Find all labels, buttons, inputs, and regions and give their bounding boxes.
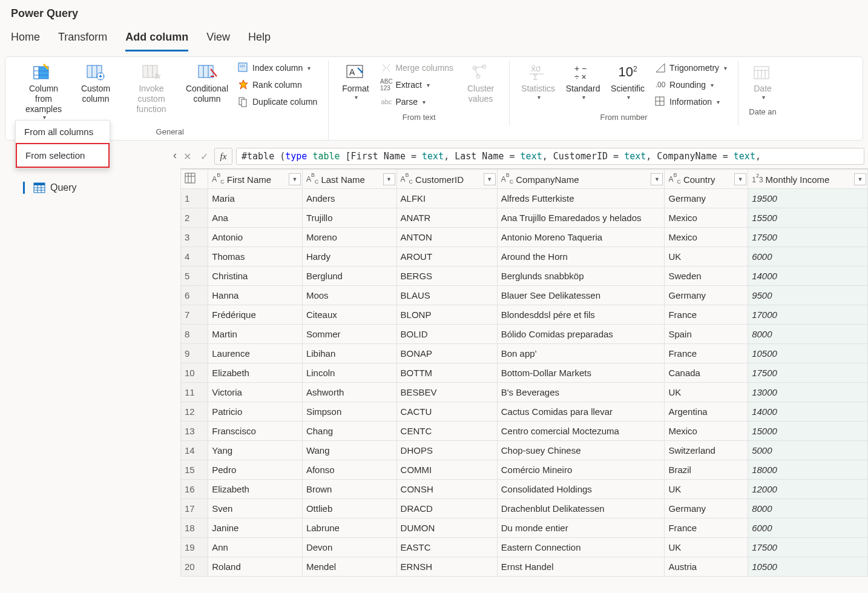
- table-corner-button[interactable]: [181, 170, 208, 189]
- table-cell[interactable]: Consolidated Holdings: [497, 480, 665, 499]
- table-cell[interactable]: UK: [665, 480, 748, 499]
- table-row[interactable]: 12PatricioSimpsonCACTUCactus Comidas par…: [181, 402, 868, 422]
- table-cell[interactable]: UK: [665, 383, 748, 402]
- table-cell[interactable]: Frédérique: [208, 305, 303, 325]
- table-cell[interactable]: Hardy: [302, 247, 396, 267]
- table-cell[interactable]: Drachenblut Delikatessen: [497, 499, 665, 518]
- table-row[interactable]: 7FrédériqueCiteauxBLONPBlondesddsl pére …: [181, 305, 868, 325]
- table-row[interactable]: 13FransciscoChangCENTCCentro comercial M…: [181, 422, 868, 441]
- row-number[interactable]: 17: [181, 499, 208, 518]
- table-cell[interactable]: ALFKI: [396, 189, 497, 208]
- row-number[interactable]: 7: [181, 305, 208, 325]
- table-cell[interactable]: Franscisco: [208, 422, 303, 441]
- table-cell[interactable]: 14000: [748, 402, 868, 422]
- table-cell[interactable]: 5000: [748, 441, 868, 460]
- column-header[interactable]: ABC Country▼: [665, 170, 748, 189]
- table-cell[interactable]: Brazil: [665, 460, 748, 480]
- table-cell[interactable]: Moreno: [302, 228, 396, 247]
- table-cell[interactable]: UK: [665, 538, 748, 557]
- table-cell[interactable]: Hanna: [208, 286, 303, 305]
- table-row[interactable]: 9LaurenceLibihanBONAPBon app'France10500: [181, 344, 868, 363]
- table-cell[interactable]: Libihan: [302, 344, 396, 363]
- rounding-button[interactable]: .00 Rounding ▾: [651, 78, 731, 92]
- table-cell[interactable]: CENTC: [396, 422, 497, 441]
- table-cell[interactable]: 8000: [748, 325, 868, 344]
- query-item[interactable]: Query: [5, 178, 180, 197]
- table-cell[interactable]: Ann: [208, 538, 303, 557]
- table-cell[interactable]: DRACD: [396, 499, 497, 518]
- formula-bar[interactable]: #table (type table [First Name = text, L…: [236, 148, 864, 165]
- table-cell[interactable]: ERNSH: [396, 557, 497, 577]
- table-cell[interactable]: Simpson: [302, 402, 396, 422]
- table-cell[interactable]: 10500: [748, 344, 868, 363]
- table-cell[interactable]: Citeaux: [302, 305, 396, 325]
- index-column-button[interactable]: 123 Index column ▾: [234, 61, 321, 75]
- table-cell[interactable]: Switzerland: [665, 441, 748, 460]
- table-cell[interactable]: Blondesddsl pére et fils: [497, 305, 665, 325]
- rank-column-button[interactable]: Rank column: [234, 78, 321, 92]
- scientific-button[interactable]: 102 Scientific ▾: [607, 61, 649, 104]
- table-cell[interactable]: Christina: [208, 267, 303, 286]
- table-cell[interactable]: Germany: [665, 499, 748, 518]
- table-cell[interactable]: 15500: [748, 208, 868, 228]
- table-cell[interactable]: Sven: [208, 499, 303, 518]
- row-number[interactable]: 15: [181, 460, 208, 480]
- table-cell[interactable]: Elizabeth: [208, 480, 303, 499]
- table-cell[interactable]: 9500: [748, 286, 868, 305]
- column-filter-button[interactable]: ▼: [383, 173, 395, 185]
- table-cell[interactable]: DHOPS: [396, 441, 497, 460]
- table-cell[interactable]: Patricio: [208, 402, 303, 422]
- table-cell[interactable]: Mendel: [302, 557, 396, 577]
- table-cell[interactable]: 19500: [748, 189, 868, 208]
- dropdown-item-from-all-columns[interactable]: From all columns: [16, 121, 110, 143]
- row-number[interactable]: 14: [181, 441, 208, 460]
- table-cell[interactable]: Canada: [665, 363, 748, 383]
- table-cell[interactable]: France: [665, 518, 748, 538]
- table-cell[interactable]: ANATR: [396, 208, 497, 228]
- table-cell[interactable]: CACTU: [396, 402, 497, 422]
- table-cell[interactable]: 12000: [748, 480, 868, 499]
- table-cell[interactable]: Martin: [208, 325, 303, 344]
- row-number[interactable]: 13: [181, 422, 208, 441]
- tab-view[interactable]: View: [206, 28, 230, 51]
- table-cell[interactable]: 8000: [748, 499, 868, 518]
- table-cell[interactable]: BLAUS: [396, 286, 497, 305]
- row-number[interactable]: 3: [181, 228, 208, 247]
- table-row[interactable]: 14YangWangDHOPSChop-suey ChineseSwitzerl…: [181, 441, 868, 460]
- table-cell[interactable]: Chang: [302, 422, 396, 441]
- table-cell[interactable]: Ernst Handel: [497, 557, 665, 577]
- table-cell[interactable]: 6000: [748, 518, 868, 538]
- table-row[interactable]: 5ChristinaBerglundBERGSBerglunds snabbkö…: [181, 267, 868, 286]
- table-cell[interactable]: Anders: [302, 189, 396, 208]
- row-number[interactable]: 20: [181, 557, 208, 577]
- table-cell[interactable]: Berglunds snabbköp: [497, 267, 665, 286]
- row-number[interactable]: 5: [181, 267, 208, 286]
- table-row[interactable]: 11VictoriaAshworthBESBEVB's BeveragesUK1…: [181, 383, 868, 402]
- table-cell[interactable]: Eastern Connection: [497, 538, 665, 557]
- table-cell[interactable]: 17000: [748, 305, 868, 325]
- tab-add-column[interactable]: Add column: [125, 28, 188, 51]
- standard-button[interactable]: + −÷ × Standard ▾: [562, 61, 604, 104]
- table-cell[interactable]: 13000: [748, 383, 868, 402]
- row-number[interactable]: 18: [181, 518, 208, 538]
- row-number[interactable]: 1: [181, 189, 208, 208]
- table-cell[interactable]: Around the Horn: [497, 247, 665, 267]
- table-cell[interactable]: 6000: [748, 247, 868, 267]
- extract-button[interactable]: ABC123 Extract ▾: [377, 78, 457, 92]
- table-cell[interactable]: Centro comercial Moctezuma: [497, 422, 665, 441]
- column-from-examples-button[interactable]: Column from examples ▾: [19, 61, 68, 124]
- table-cell[interactable]: Bottom-Dollar Markets: [497, 363, 665, 383]
- table-cell[interactable]: Alfreds Futterkiste: [497, 189, 665, 208]
- table-cell[interactable]: ANTON: [396, 228, 497, 247]
- table-cell[interactable]: Berglund: [302, 267, 396, 286]
- table-cell[interactable]: Wang: [302, 441, 396, 460]
- column-filter-button[interactable]: ▼: [484, 173, 496, 185]
- fx-button[interactable]: fx: [214, 148, 232, 165]
- table-cell[interactable]: Laurence: [208, 344, 303, 363]
- accept-formula-button[interactable]: ✓: [197, 148, 211, 164]
- column-header[interactable]: ABC Last Name▼: [302, 170, 396, 189]
- table-cell[interactable]: 10500: [748, 557, 868, 577]
- table-cell[interactable]: BOTTM: [396, 363, 497, 383]
- table-cell[interactable]: Sweden: [665, 267, 748, 286]
- table-cell[interactable]: Lincoln: [302, 363, 396, 383]
